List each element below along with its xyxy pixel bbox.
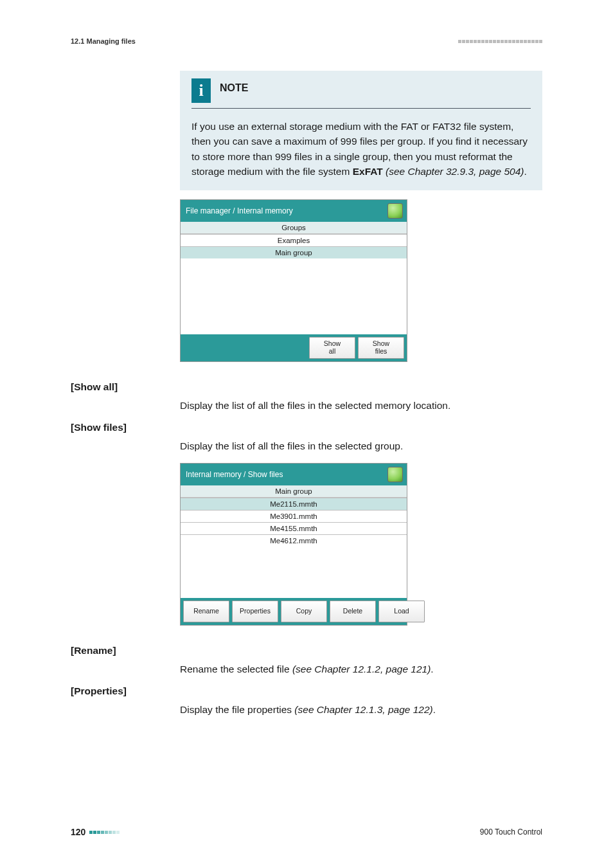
decorative-squares bbox=[89, 831, 120, 834]
definition-show-files: [Show files] Display the list of all the… bbox=[71, 420, 542, 453]
list-item[interactable]: Me4612.mmth bbox=[181, 534, 407, 547]
note-title: NOTE bbox=[220, 78, 248, 94]
note-callout: i NOTE If you use an external storage me… bbox=[180, 71, 542, 190]
show-files-button[interactable]: Show files bbox=[358, 337, 404, 359]
definition-properties: [Properties] Display the file properties… bbox=[71, 684, 542, 717]
dialog-titlebar: Internal memory / Show files bbox=[181, 464, 407, 485]
delete-button[interactable]: Delete bbox=[330, 601, 376, 622]
decorative-squares bbox=[458, 40, 542, 43]
page-number: 120 bbox=[71, 827, 85, 837]
list-item[interactable]: Me2115.mmth bbox=[181, 498, 407, 510]
note-header: i NOTE bbox=[191, 78, 531, 109]
page-number-block: 120 bbox=[71, 827, 120, 837]
product-name: 900 Touch Control bbox=[480, 827, 542, 836]
dialog-footer: Rename Properties Copy Delete Load bbox=[181, 598, 407, 625]
column-header: Groups bbox=[181, 222, 407, 234]
empty-area bbox=[181, 258, 407, 334]
list-item[interactable]: Me4155.mmth bbox=[181, 522, 407, 534]
info-icon: i bbox=[191, 78, 211, 103]
page-header: 12.1 Managing files bbox=[71, 37, 542, 45]
empty-area bbox=[181, 547, 407, 598]
load-button[interactable]: Load bbox=[378, 601, 425, 622]
definition-show-all: [Show all] Display the list of all the f… bbox=[71, 380, 542, 413]
term-body: Rename the selected file (see Chapter 12… bbox=[180, 644, 542, 676]
properties-button[interactable]: Properties bbox=[232, 601, 278, 622]
page-content: i NOTE If you use an external storage me… bbox=[71, 71, 542, 717]
file-manager-dialog: File manager / Internal memory Groups Ex… bbox=[180, 199, 407, 362]
dialog-title: File manager / Internal memory bbox=[186, 206, 293, 215]
list-item[interactable]: Main group bbox=[181, 246, 407, 258]
term-label: [Show all] bbox=[71, 380, 180, 413]
term-label: [Show files] bbox=[71, 420, 180, 453]
dialog-title: Internal memory / Show files bbox=[186, 470, 283, 479]
show-files-dialog: Internal memory / Show files Main group … bbox=[180, 463, 407, 626]
note-text-end: . bbox=[524, 166, 527, 177]
note-text-ital: (see Chapter 32.9.3, page 504) bbox=[383, 166, 524, 177]
show-all-button[interactable]: Show all bbox=[309, 337, 355, 359]
term-label: [Properties] bbox=[71, 684, 180, 717]
page-footer: 120 900 Touch Control bbox=[71, 827, 542, 837]
dialog-titlebar: File manager / Internal memory bbox=[181, 200, 407, 222]
note-body: If you use an external storage medium wi… bbox=[191, 109, 531, 179]
definition-rename: [Rename] Rename the selected file (see C… bbox=[71, 644, 542, 676]
rename-button[interactable]: Rename bbox=[183, 601, 229, 622]
dialog-footer: Show all Show files bbox=[181, 334, 407, 361]
note-text-bold: ExFAT bbox=[353, 166, 383, 177]
column-header: Main group bbox=[181, 485, 407, 498]
term-label: [Rename] bbox=[71, 644, 180, 676]
close-icon[interactable] bbox=[387, 203, 403, 219]
list-item[interactable]: Examples bbox=[181, 234, 407, 246]
term-body: Display the list of all the files in the… bbox=[180, 420, 542, 453]
term-body: Display the list of all the files in the… bbox=[180, 380, 542, 413]
list-item[interactable]: Me3901.mmth bbox=[181, 510, 407, 522]
copy-button[interactable]: Copy bbox=[281, 601, 327, 622]
close-icon[interactable] bbox=[387, 467, 403, 482]
term-body: Display the file properties (see Chapter… bbox=[180, 684, 542, 717]
section-heading: 12.1 Managing files bbox=[71, 37, 136, 45]
